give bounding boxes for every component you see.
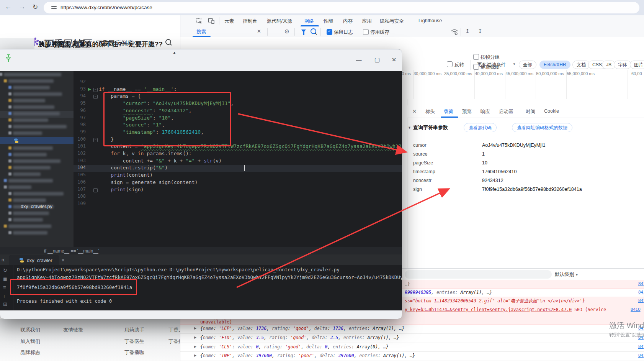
- devtools-tab-Lighthouse[interactable]: Lighthouse: [418, 18, 442, 23]
- expand-arrow-icon[interactable]: ▶: [194, 336, 196, 339]
- clear-network-icon[interactable]: ⊘: [284, 28, 289, 35]
- filter-icon[interactable]: [301, 30, 306, 33]
- project-tree[interactable]: dxy_crawler.py ▥External Libraries ▤Scra…: [0, 71, 74, 254]
- console-row[interactable]: ▶{name: 'CLS': value: 0, rating: 'good',…: [180, 343, 644, 352]
- close-request-icon[interactable]: ✕: [412, 108, 417, 114]
- devtools-tab-内存[interactable]: 内存: [343, 18, 353, 25]
- site-search-icon[interactable]: [165, 39, 172, 45]
- console-source-link[interactable]: 8410: [638, 290, 644, 294]
- reload-icon[interactable]: ↻: [31, 3, 40, 11]
- console-filter-input[interactable]: [405, 270, 552, 279]
- tree-item-blurred[interactable]: [8, 185, 31, 189]
- address-bar[interactable]: https://www.dxy.cn/bbs/newweb/pc/case: [44, 2, 639, 13]
- filter-pill-Fetch/XHR[interactable]: Fetch/XHR: [539, 61, 570, 69]
- devtools-tab-控制台[interactable]: 控制台: [243, 18, 257, 25]
- tree-item-blurred[interactable]: [13, 192, 64, 195]
- filter-pill-文档[interactable]: 文档: [572, 61, 590, 69]
- close-run-tab-icon[interactable]: ✕: [61, 258, 65, 263]
- devtools-tab-隐私与安全[interactable]: 隐私与安全: [380, 18, 404, 25]
- devtools-tab-性能[interactable]: 性能: [324, 18, 333, 25]
- expand-arrow-icon[interactable]: ▶: [194, 327, 196, 330]
- console-source-link[interactable]: 8410: [638, 281, 644, 286]
- tree-item-blurred[interactable]: [13, 172, 41, 176]
- forward-icon[interactable]: →: [18, 3, 27, 11]
- request-tab-标头[interactable]: 标头: [425, 108, 435, 115]
- request-tab-载荷[interactable]: 载荷: [444, 108, 453, 115]
- console-text-segment[interactable]: y_key=b3…0b11474…&sentry_client=sentry.j…: [405, 307, 572, 312]
- request-tab-时间[interactable]: 时间: [526, 108, 535, 115]
- console-tool-icon[interactable]: ↻: [3, 267, 7, 273]
- pin-icon[interactable]: [5, 54, 12, 62]
- tree-item-blurred[interactable]: [8, 179, 53, 182]
- console-row[interactable]: ▶{name: 'FID', value: 3.5, rating: 'good…: [180, 333, 644, 343]
- tree-item-blurred[interactable]: [13, 199, 46, 202]
- screenshots-checkbox[interactable]: [473, 64, 479, 70]
- tree-selected-row[interactable]: dxy_crawler.py: [0, 137, 74, 144]
- preserve-log-checkbox[interactable]: [327, 29, 332, 35]
- footer-link[interactable]: 加入我们: [20, 338, 40, 345]
- close-search-icon[interactable]: ✕: [257, 28, 261, 34]
- expand-arrow-icon[interactable]: ▶: [194, 345, 196, 348]
- footer-link[interactable]: 友情链接: [63, 327, 83, 333]
- close-button[interactable]: ✕: [389, 56, 399, 63]
- site-info-icon[interactable]: [51, 5, 57, 10]
- console-tool-icon[interactable]: ⊞: [3, 301, 7, 307]
- console-tool-icon[interactable]: ≡: [3, 284, 6, 290]
- console-source-link[interactable]: 8410: [638, 344, 644, 349]
- run-console[interactable]: ↻◼≡↓⊞ D:\pythonProject\myworkspace\venv\…: [0, 265, 402, 310]
- console-tool-icon[interactable]: ↓: [3, 293, 6, 299]
- tree-item-blurred[interactable]: [13, 86, 50, 89]
- page-scrollbar-up-icon[interactable]: ▲: [173, 51, 176, 54]
- run-line-icon[interactable]: ▶: [88, 87, 91, 91]
- console-row[interactable]: ▶{name: 'LCP', value: 1736, rating: 'goo…: [180, 324, 644, 334]
- fold-marker-icon[interactable]: −: [93, 88, 98, 92]
- inspect-icon[interactable]: [196, 18, 203, 24]
- footer-link[interactable]: 丁香医生: [124, 338, 144, 345]
- tree-item-blurred[interactable]: [13, 212, 49, 215]
- group-by-frame-checkbox[interactable]: [473, 54, 479, 60]
- footer-link[interactable]: 联系我们: [20, 327, 40, 333]
- request-tab-预览[interactable]: 预览: [462, 108, 472, 115]
- request-tab-启动器[interactable]: 启动器: [499, 108, 513, 115]
- minimize-button[interactable]: —: [354, 56, 364, 63]
- collapse-caret-icon[interactable]: ▼: [408, 126, 411, 130]
- disable-cache-checkbox[interactable]: [363, 29, 369, 35]
- tab-search-drawer[interactable]: 搜索: [196, 29, 206, 35]
- tree-item-blurred[interactable]: [13, 218, 43, 222]
- tree-item-blurred[interactable]: [13, 125, 67, 128]
- tree-item-blurred[interactable]: [13, 166, 51, 169]
- devtools-tab-网络[interactable]: 网络: [304, 18, 314, 25]
- tree-item-blurred[interactable]: [13, 92, 62, 96]
- network-conditions-icon[interactable]: [451, 28, 458, 36]
- footer-link[interactable]: 丁香播咖: [124, 349, 144, 356]
- filter-pill-全部[interactable]: 全部: [519, 61, 536, 69]
- tree-item-blurred[interactable]: [4, 73, 61, 76]
- console-source-link[interactable]: 8410: [638, 298, 644, 303]
- fold-marker-icon[interactable]: −: [93, 138, 98, 142]
- tree-item-blurred[interactable]: [13, 99, 45, 102]
- view-source-button[interactable]: 查看源代码: [464, 123, 497, 132]
- footer-link[interactable]: 用药助手: [124, 327, 144, 333]
- tree-item-blurred[interactable]: [13, 118, 48, 122]
- view-url-encoded-button[interactable]: 查看网址编码格式的数据: [512, 123, 572, 132]
- tree-item-blurred[interactable]: [13, 153, 47, 156]
- device-toolbar-icon[interactable]: [208, 18, 214, 24]
- tree-item-blurred[interactable]: [13, 131, 42, 135]
- devtools-tab-源代码/来源[interactable]: 源代码/来源: [267, 18, 292, 25]
- expand-arrow-icon[interactable]: ▶: [194, 354, 196, 357]
- maximize-button[interactable]: ▢: [372, 56, 382, 63]
- tree-item-blurred[interactable]: [8, 79, 54, 83]
- filter-pill-图片[interactable]: 图片: [630, 61, 644, 69]
- tree-item-blurred[interactable]: [13, 231, 47, 235]
- run-tab[interactable]: dxy_crawler ✕: [9, 255, 59, 265]
- footer-link[interactable]: 品牌标志: [20, 349, 40, 356]
- console-tool-icon[interactable]: ◼: [3, 276, 7, 282]
- tree-item-blurred[interactable]: [13, 105, 54, 109]
- console-source-link[interactable]: 8410: [631, 307, 644, 312]
- ide-titlebar[interactable]: — ▢ ✕: [0, 49, 402, 72]
- console-source-link[interactable]: 8410: [638, 353, 644, 358]
- tree-item-blurred[interactable]: [8, 225, 51, 228]
- case-title[interactable]: 胰腺肿瘤太大,脾真的保不住?一定要开腹??: [38, 40, 163, 49]
- tree-item-blurred[interactable]: [13, 159, 60, 163]
- url-text[interactable]: https://www.dxy.cn/bbs/newweb/pc/case: [60, 5, 152, 10]
